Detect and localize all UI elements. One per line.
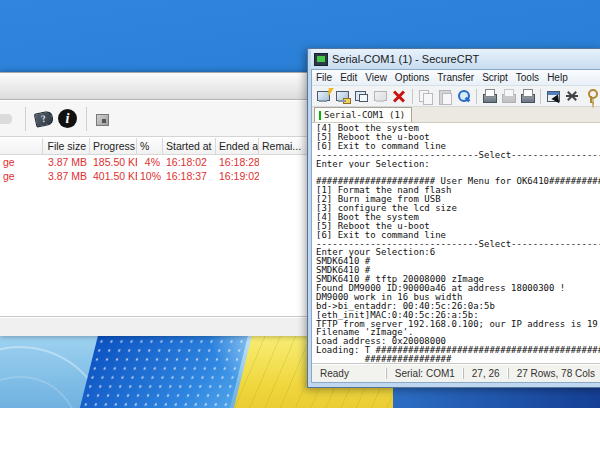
cell-started-at: 16:18:02 <box>163 156 216 170</box>
transfer-table-header: File sizeProgress%Started atEnded atRema… <box>0 138 320 155</box>
terminal-line: bd->bi_entaddr: 00:40:5c:26:0a:5b <box>316 302 600 311</box>
global-options-icon[interactable] <box>564 88 581 105</box>
terminal-line: ------------------------------Select----… <box>316 151 600 160</box>
print-selection-icon[interactable] <box>500 88 517 105</box>
menu-item[interactable]: View <box>361 70 391 85</box>
terminal-output[interactable]: [4] Boot the system[5] Reboot the u-boot… <box>312 123 600 364</box>
session-options-icon[interactable] <box>545 88 562 105</box>
copy-icon[interactable] <box>417 88 434 105</box>
securecrt-body: FileEditViewOptionsTransferScriptToolsHe… <box>311 69 600 383</box>
cell-percent: 4% <box>137 156 163 170</box>
menu-item[interactable]: File <box>312 70 336 85</box>
column-header[interactable] <box>0 138 43 154</box>
toolbar <box>312 86 600 107</box>
transfer-tool-window: File sizeProgress%Started atEnded atRema… <box>0 72 320 336</box>
terminal-line: [4] Boot the system <box>316 213 600 222</box>
ge[interactable]: ge 3.87 MB 401.50 KB 10% 16:18:37 16:19:… <box>0 170 320 184</box>
terminal-line: Found DM9000 ID:90000a46 at address 1800… <box>316 284 600 293</box>
terminal-line: [4] Boot the system <box>316 124 600 133</box>
menu-item[interactable]: Transfer <box>433 70 478 85</box>
terminal-line: SMDK6410 # <box>316 257 600 266</box>
toolbar-separator <box>540 89 541 104</box>
terminal-line: SMDK6410 # tftp 20008000 zImage <box>316 275 600 284</box>
securecrt-titlebar[interactable]: Serial-COM1 (1) - SecureCRT <box>311 49 600 69</box>
status-ready: Ready <box>312 368 386 379</box>
terminal-line: [5] Reboot the u-boot <box>316 222 600 231</box>
minimize-to-tray-icon[interactable] <box>94 111 110 127</box>
status-terminal-size: 27 Rows, 78 Cols <box>508 368 600 379</box>
menu-item[interactable]: Help <box>543 70 572 85</box>
menu-item[interactable]: Script <box>478 70 512 85</box>
column-header[interactable]: File size <box>43 138 90 154</box>
toolbar-separator <box>476 89 477 104</box>
terminal-line: [3] configure the lcd size <box>316 204 600 213</box>
column-header[interactable]: % <box>137 138 163 154</box>
print-icon[interactable] <box>481 88 498 105</box>
toolbar-separator <box>86 107 87 131</box>
toolbar-separator <box>412 89 413 104</box>
cell-file-size: 3.87 MB <box>43 156 90 170</box>
column-header[interactable]: Progress <box>90 138 137 154</box>
cell-percent: 10% <box>137 170 163 184</box>
menubar: FileEditViewOptionsTransferScriptToolsHe… <box>312 70 600 86</box>
transfer-toolbar <box>0 101 320 137</box>
terminal-line: ###################### User Menu for OK6… <box>316 177 600 186</box>
terminal-line: Enter your Selection:6 <box>316 248 600 257</box>
cell-ended-at: 16:18:28 <box>216 156 259 170</box>
column-header[interactable]: Started at <box>163 138 216 154</box>
transfer-table: ge 3.87 MB 185.50 KB 4% 16:18:02 16:18:2… <box>0 156 320 184</box>
tab-strip: Serial-COM1 (1) <box>312 107 600 123</box>
statusbar: Ready Serial: COM1 27, 26 27 Rows, 78 Co… <box>312 363 600 382</box>
terminal-line: SMDK6410 # <box>316 266 600 275</box>
status-serial: Serial: COM1 <box>386 368 463 379</box>
tab-label: Serial-COM1 (1) <box>324 110 405 120</box>
terminal-line: TFTP from server 192.168.0.100; our IP a… <box>316 320 600 329</box>
disconnect-icon[interactable] <box>391 88 408 105</box>
keymap-icon[interactable] <box>583 88 600 105</box>
find-icon[interactable] <box>455 88 472 105</box>
upload-icon[interactable] <box>1 110 18 127</box>
terminal-line: [6] Exit to command line <box>316 231 600 240</box>
column-header[interactable]: Ended at <box>216 138 259 154</box>
cell-filename: ge <box>0 156 43 170</box>
terminal-line: [5] Reboot the u-boot <box>316 133 600 142</box>
reconnect-icon[interactable] <box>372 88 389 105</box>
desktop: File sizeProgress%Started atEnded atRema… <box>0 0 600 408</box>
connected-indicator <box>319 111 321 120</box>
quick-connect-icon[interactable] <box>315 88 332 105</box>
cell-ended-at: 16:19:02 <box>216 170 259 184</box>
terminal-line <box>316 168 600 177</box>
window-title: Serial-COM1 (1) - SecureCRT <box>332 53 479 65</box>
terminal-line: Loading: T #############################… <box>316 346 600 355</box>
menu-item[interactable]: Edit <box>336 70 361 85</box>
terminal-line: [2] Burn image from USB <box>316 195 600 204</box>
terminal-line: Enter your Selection: <box>316 160 600 169</box>
cell-file-size: 3.87 MB <box>43 170 90 184</box>
help-book-icon[interactable] <box>33 108 55 130</box>
menu-item[interactable]: Options <box>391 70 433 85</box>
cell-filename: ge <box>0 170 43 184</box>
paste-icon[interactable] <box>436 88 453 105</box>
toolbar-separator <box>25 107 26 131</box>
status-cursor-position: 27, 26 <box>463 368 508 379</box>
connect-in-tab-icon[interactable] <box>353 88 370 105</box>
terminal-line: Filename 'zImage'. <box>316 328 600 337</box>
terminal-line: [eth_init]MAC:0:40:5c:26:a:5b: <box>316 311 600 320</box>
menu-item[interactable]: Tools <box>512 70 543 85</box>
info-icon[interactable] <box>57 108 79 130</box>
securecrt-window: Serial-COM1 (1) - SecureCRT FileEditView… <box>307 48 600 388</box>
tab-serial-com1[interactable]: Serial-COM1 (1) <box>314 107 412 122</box>
cell-progress: 401.50 KB <box>90 170 137 184</box>
connect-icon[interactable] <box>334 88 351 105</box>
transfer-statusbar <box>0 316 320 336</box>
terminal-line: Load address: 0x20008000 <box>316 337 600 346</box>
ge[interactable]: ge 3.87 MB 185.50 KB 4% 16:18:02 16:18:2… <box>0 156 320 170</box>
terminal-line: [1] Format the nand flash <box>316 186 600 195</box>
terminal-line: DM9000 work in 16 bus width <box>316 293 600 302</box>
cell-progress: 185.50 KB <box>90 156 137 170</box>
print-setup-icon[interactable] <box>519 88 536 105</box>
cell-started-at: 16:18:37 <box>163 170 216 184</box>
terminal-line: ------------------------------Select----… <box>316 240 600 249</box>
terminal-line: [6] Exit to command line <box>316 142 600 151</box>
transfer-window-caption[interactable] <box>0 73 320 100</box>
